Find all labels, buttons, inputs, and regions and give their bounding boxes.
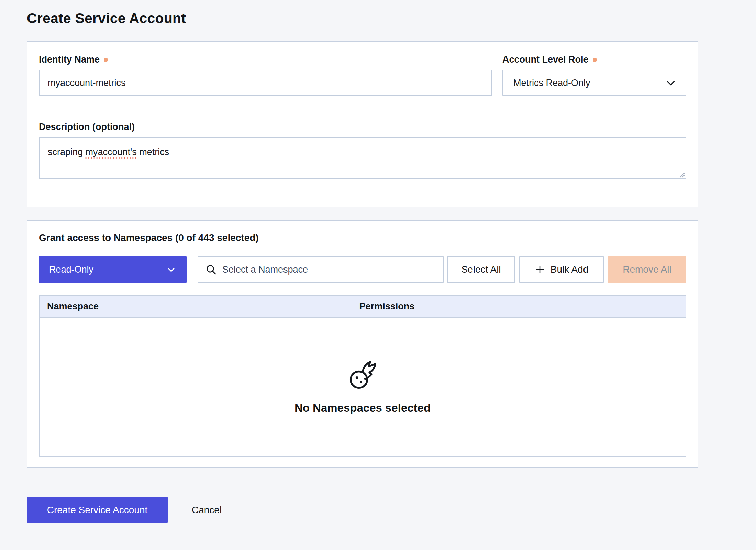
identity-name-label: Identity Name: [39, 54, 492, 65]
comet-icon: [347, 360, 378, 391]
service-account-form-card: Identity Name Account Level Role Metrics…: [27, 41, 698, 207]
cancel-button[interactable]: Cancel: [192, 505, 222, 516]
create-service-account-button[interactable]: Create Service Account: [27, 497, 168, 523]
identity-name-field: Identity Name: [39, 54, 492, 96]
plus-icon: [535, 264, 545, 275]
namespaces-table-header: Namespace Permissions: [40, 296, 686, 318]
permission-role-dropdown[interactable]: Read-Only: [39, 256, 187, 283]
account-level-role-select[interactable]: Metrics Read-Only: [502, 70, 686, 96]
select-all-button[interactable]: Select All: [447, 256, 515, 283]
identity-name-input[interactable]: [39, 70, 492, 96]
chevron-down-icon: [166, 264, 176, 275]
misspelled-word: myaccount's: [86, 147, 137, 157]
description-textarea[interactable]: scraping myaccount's metrics: [39, 137, 686, 179]
column-header-permissions: Permissions: [359, 301, 686, 312]
permission-role-value: Read-Only: [49, 264, 93, 275]
resize-handle-icon[interactable]: [679, 172, 685, 178]
description-label: Description (optional): [39, 121, 686, 132]
namespaces-heading: Grant access to Namespaces (0 of 443 sel…: [39, 232, 686, 243]
account-level-role-value: Metrics Read-Only: [513, 78, 590, 88]
account-level-role-field: Account Level Role Metrics Read-Only: [502, 54, 686, 96]
remove-all-button[interactable]: Remove All: [608, 256, 686, 283]
namespace-search-box: [198, 256, 444, 283]
namespaces-controls: Read-Only Select All: [39, 256, 686, 283]
description-field: Description (optional) scraping myaccoun…: [39, 121, 686, 179]
create-service-account-page: Create Service Account Identity Name Acc…: [0, 0, 756, 550]
namespaces-card: Grant access to Namespaces (0 of 443 sel…: [27, 220, 698, 468]
bulk-add-button[interactable]: Bulk Add: [519, 256, 604, 283]
required-indicator: [593, 58, 597, 62]
page-title: Create Service Account: [27, 10, 698, 26]
column-header-namespace: Namespace: [40, 301, 359, 312]
chevron-down-icon: [665, 77, 677, 89]
search-icon: [205, 264, 217, 275]
namespaces-empty-state: No Namespaces selected: [40, 318, 686, 456]
namespaces-table: Namespace Permissions No Namespaces sele…: [39, 295, 686, 457]
empty-state-message: No Namespaces selected: [294, 402, 431, 415]
namespace-search-input[interactable]: [222, 264, 436, 275]
account-level-role-label: Account Level Role: [502, 54, 686, 65]
required-indicator: [104, 58, 108, 62]
footer-actions: Create Service Account Cancel: [27, 497, 698, 523]
